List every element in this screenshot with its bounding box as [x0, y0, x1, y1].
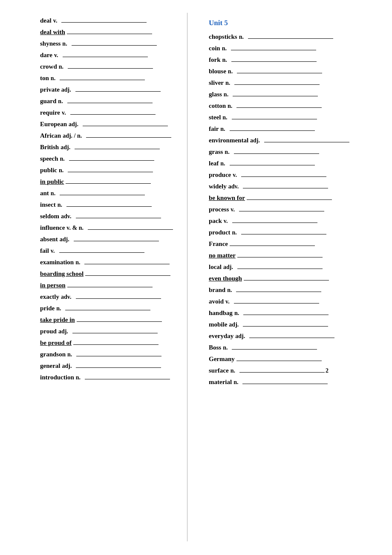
fill-line — [60, 80, 145, 80]
fill-line — [236, 292, 321, 292]
list-item: no matter — [209, 252, 379, 259]
list-item: examinationn. — [40, 259, 174, 266]
pos-label: n. — [60, 156, 65, 162]
pos-label: v. — [53, 17, 58, 24]
fill-line — [75, 149, 160, 149]
word-label: blouse — [209, 68, 226, 75]
pos-label: n. — [220, 160, 225, 167]
fill-line — [67, 34, 152, 34]
fill-line — [66, 206, 152, 207]
list-item: packv. — [209, 217, 379, 225]
list-item: guardn. — [40, 98, 174, 105]
word-label: dare — [40, 52, 52, 59]
fill-line — [241, 234, 326, 234]
pos-label: v. — [62, 110, 66, 116]
fill-line — [60, 195, 145, 195]
word-label: fair — [209, 125, 219, 133]
word-label: ant — [40, 190, 49, 197]
word-label: France — [209, 240, 228, 248]
list-item: take pride in — [40, 316, 174, 324]
list-item: darev. — [40, 52, 174, 59]
pos-label: n. — [67, 351, 72, 358]
list-item: be proud of — [40, 339, 174, 347]
pos-label: adv. — [61, 294, 72, 301]
pos-label: n. — [227, 287, 232, 294]
list-item: leafn. — [209, 160, 379, 167]
word-label: shyness — [40, 40, 61, 47]
word-label: African — [40, 132, 61, 139]
list-item: Germany — [209, 356, 379, 363]
fill-line — [65, 310, 150, 310]
word-label: Germany — [209, 356, 235, 363]
pos-label: adj. — [58, 328, 68, 335]
fill-line — [237, 257, 323, 257]
fill-line — [86, 137, 171, 138]
fill-line — [242, 384, 328, 384]
list-item: forkn. — [209, 56, 379, 64]
pos-label: n. — [239, 34, 244, 40]
word-label: speech — [40, 155, 58, 162]
pos-label: adj. — [250, 137, 260, 144]
pos-label: n. — [51, 75, 55, 82]
fill-line — [231, 61, 317, 62]
list-item: in public — [40, 178, 174, 185]
pos-label: v. — [54, 52, 58, 59]
pos-label: n. — [233, 379, 238, 386]
list-item: handbagn. — [209, 309, 379, 317]
fill-line — [76, 367, 161, 368]
word-label: Boss — [209, 344, 221, 351]
fill-line — [88, 229, 173, 230]
list-item: Africanadj. / n. — [40, 132, 174, 139]
pos-label: adj. — [61, 87, 71, 93]
fill-line — [234, 153, 319, 154]
word-label: guard — [40, 98, 56, 105]
fill-line — [243, 315, 329, 315]
fill-line — [230, 130, 315, 131]
list-item: environmentaladj. — [209, 137, 379, 144]
list-item: speechn. — [40, 155, 174, 162]
word-label: proud — [40, 328, 57, 335]
pos-label: v. — [224, 218, 228, 225]
pos-label: adv. — [228, 183, 239, 190]
list-item: publicn. — [40, 167, 174, 174]
list-item: productn. — [209, 229, 379, 236]
word-label: seldom — [40, 213, 59, 220]
list-item: producev. — [209, 171, 379, 179]
pos-label: n. — [58, 98, 63, 105]
word-label: be proud of — [40, 339, 72, 347]
fill-line — [243, 326, 328, 327]
word-label: public — [40, 167, 57, 174]
list-item: mobileadj. — [209, 321, 379, 328]
fill-line — [237, 269, 323, 269]
pos-label: n. — [59, 64, 63, 70]
fill-line — [244, 280, 329, 280]
list-item: cottonn. — [209, 102, 379, 110]
pos-label: n. — [220, 126, 225, 133]
word-label: in person — [40, 282, 66, 289]
pos-label: adv. — [61, 213, 72, 220]
list-item: coinn. — [209, 45, 379, 52]
pos-label: adj. / n. — [63, 133, 82, 139]
fill-line — [236, 361, 322, 361]
list-item: materialn. — [209, 379, 379, 386]
list-item: boarding school — [40, 270, 174, 278]
pos-label: n. — [222, 114, 227, 121]
fill-line — [76, 298, 161, 299]
fill-line — [243, 188, 328, 188]
list-item: deal with — [40, 29, 174, 36]
fill-line — [76, 218, 161, 218]
list-item: Britishadj. — [40, 144, 174, 151]
word-label: fork — [209, 56, 221, 64]
pos-label: n. — [224, 91, 228, 98]
fill-line — [239, 211, 324, 211]
word-label: require — [40, 109, 60, 116]
suffix-label: 2 — [326, 367, 329, 374]
fill-line — [67, 103, 153, 103]
word-label: brand — [209, 286, 225, 294]
fill-line — [72, 45, 157, 46]
word-label: material — [209, 379, 232, 386]
list-item: even though — [209, 275, 379, 282]
word-label: take pride in — [40, 316, 75, 324]
word-label: leaf — [209, 160, 219, 167]
word-label: coin — [209, 45, 220, 52]
